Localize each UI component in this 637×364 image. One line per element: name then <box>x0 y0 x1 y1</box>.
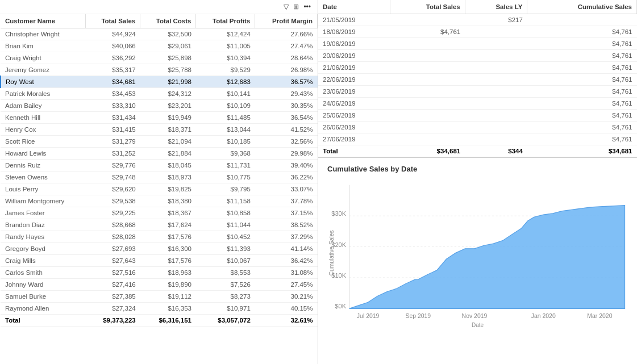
total-costs-cell: $21,998 <box>140 76 196 88</box>
sales-cell: $4,761 <box>390 26 465 38</box>
profit-margin-cell: 39.40% <box>255 160 318 171</box>
table-row[interactable]: Henry Cox$31,415$18,371$13,04441.52% <box>1 124 318 136</box>
sales-ly-cell <box>465 50 527 62</box>
customer-name-cell: Craig Mills <box>1 255 86 267</box>
total-profits-cell: $10,858 <box>196 207 255 219</box>
table-row[interactable]: 19/06/2019$4,761 <box>318 38 637 50</box>
sales-ly-cell <box>465 98 527 110</box>
sales-ly-cell <box>465 133 527 145</box>
table-row[interactable]: Roy West$34,681$21,998$12,68336.57% <box>1 76 318 88</box>
total-costs-cell: $16,300 <box>140 243 196 255</box>
profit-margin-cell: 37.29% <box>255 231 318 243</box>
total-sales-cell: $35,317 <box>86 64 140 76</box>
table-row[interactable]: James Foster$29,225$18,367$10,85837.15% <box>1 207 318 219</box>
table-row[interactable]: 26/06/2019$4,761 <box>318 122 637 133</box>
table-row[interactable]: William Montgomery$29,538$18,380$11,1583… <box>1 195 318 207</box>
customer-name-cell: Brian Kim <box>1 40 86 52</box>
cum-sales-cell: $4,761 <box>527 62 637 74</box>
col-total-costs[interactable]: Total Costs <box>140 14 196 28</box>
table-row[interactable]: Raymond Allen$27,324$16,353$10,97140.15% <box>1 303 318 315</box>
total-sales-cell: $40,066 <box>86 40 140 52</box>
total-costs-cell: $19,825 <box>140 183 196 195</box>
table-row[interactable]: 27/06/2019$4,761 <box>318 133 637 145</box>
customer-name-cell: James Foster <box>1 207 86 219</box>
sales-cell <box>390 74 465 86</box>
table-row[interactable]: 18/06/2019$4,761$4,761 <box>318 26 637 38</box>
table-row[interactable]: Brian Kim$40,066$29,061$11,00527.47% <box>1 40 318 52</box>
right-top-table-wrapper[interactable]: Date Total Sales Sales LY Cumulative Sal… <box>318 0 637 158</box>
filter-icon[interactable]: ▽ <box>281 2 291 12</box>
col-profit-margin[interactable]: Profit Margin <box>255 14 318 28</box>
table-row[interactable]: Adam Bailey$33,310$23,201$10,10930.35% <box>1 100 318 112</box>
profit-margin-cell: 36.57% <box>255 76 318 88</box>
table-row[interactable]: Johnny Ward$27,416$19,890$7,52627.45% <box>1 279 318 291</box>
total-sales-cell: $31,415 <box>86 124 140 136</box>
cum-sales-cell: $4,761 <box>527 122 637 133</box>
total-cell: $6,316,151 <box>140 315 196 327</box>
col-total-sales[interactable]: Total Sales <box>86 14 140 28</box>
table-row[interactable]: 24/06/2019$4,761 <box>318 98 637 110</box>
table-row[interactable]: 25/06/2019$4,761 <box>318 110 637 122</box>
profit-margin-cell: 41.52% <box>255 124 318 136</box>
table-row[interactable]: 23/06/2019$4,761 <box>318 86 637 98</box>
table-row[interactable]: Jeremy Gomez$35,317$25,788$9,52926.98% <box>1 64 318 76</box>
table-row[interactable]: Kenneth Hill$31,434$19,949$11,48536.54% <box>1 112 318 124</box>
total-costs-cell: $17,576 <box>140 255 196 267</box>
total-sales-cell: $29,225 <box>86 207 140 219</box>
more-icon[interactable]: ••• <box>301 2 313 12</box>
customer-name-cell: Jeremy Gomez <box>1 64 86 76</box>
left-table-wrapper[interactable]: Customer Name Total Sales Total Costs To… <box>0 14 318 364</box>
grid-icon[interactable]: ⊞ <box>291 2 301 12</box>
total-sales-cell: $27,324 <box>86 303 140 315</box>
table-row[interactable]: Craig Mills$27,643$17,576$10,06736.42% <box>1 255 318 267</box>
total-costs-cell: $29,061 <box>140 40 196 52</box>
table-row[interactable]: Randy Hayes$28,028$17,576$10,45237.29% <box>1 231 318 243</box>
col-date[interactable]: Date <box>318 0 390 14</box>
date-cell: 21/05/2019 <box>318 14 390 26</box>
table-row[interactable]: Craig Wright$36,292$25,898$10,39428.64% <box>1 52 318 64</box>
total-sales-cell: $31,252 <box>86 148 140 160</box>
table-row[interactable]: Howard Lewis$31,252$21,884$9,36829.98% <box>1 148 318 160</box>
total-sales-cell: $36,292 <box>86 52 140 64</box>
profit-margin-cell: 32.56% <box>255 136 318 148</box>
cumulative-sales-chart: $0K $10K $20K $30K Jul 2019 Sep 2019 Nov… <box>327 179 628 321</box>
total-profits-cell: $11,393 <box>196 243 255 255</box>
sales-cell <box>390 50 465 62</box>
total-sales-cell: $34,681 <box>86 76 140 88</box>
total-cell: $9,373,223 <box>86 315 140 327</box>
table-row[interactable]: 21/05/2019$217 <box>318 14 637 26</box>
total-profits-cell: $11,044 <box>196 219 255 231</box>
table-row[interactable]: Patrick Morales$34,453$24,312$10,14129.4… <box>1 88 318 100</box>
table-row[interactable]: Dennis Ruiz$29,776$18,045$11,73139.40% <box>1 160 318 171</box>
customer-name-cell: Roy West <box>1 76 86 88</box>
total-sales-cell: $27,516 <box>86 267 140 279</box>
right-total-row: Total$34,681$344$34,681 <box>318 145 637 157</box>
col-sales-ly[interactable]: Sales LY <box>465 0 527 14</box>
table-row[interactable]: 21/06/2019$4,761 <box>318 62 637 74</box>
sales-cell <box>390 122 465 133</box>
total-profits-cell: $10,394 <box>196 52 255 64</box>
sales-ly-cell <box>465 38 527 50</box>
table-row[interactable]: 20/06/2019$4,761 <box>318 50 637 62</box>
profit-margin-cell: 36.42% <box>255 255 318 267</box>
sales-cell <box>390 62 465 74</box>
table-row[interactable]: Carlos Smith$27,516$18,963$8,55331.08% <box>1 267 318 279</box>
table-row[interactable]: Steven Owens$29,748$18,973$10,77536.22% <box>1 171 318 183</box>
customer-name-cell: Steven Owens <box>1 171 86 183</box>
table-row[interactable]: Samuel Burke$27,385$19,112$8,27330.21% <box>1 291 318 303</box>
profit-margin-cell: 30.35% <box>255 100 318 112</box>
total-costs-cell: $18,973 <box>140 171 196 183</box>
left-toolbar: ▽ ⊞ ••• <box>0 0 318 14</box>
table-row[interactable]: Christopher Wright$44,924$32,500$12,4242… <box>1 28 318 40</box>
table-row[interactable]: Scott Rice$31,279$21,094$10,18532.56% <box>1 136 318 148</box>
table-row[interactable]: Louis Perry$29,620$19,825$9,79533.07% <box>1 183 318 195</box>
customer-name-cell: Craig Wright <box>1 52 86 64</box>
col-cumulative-sales[interactable]: Cumulative Sales <box>527 0 637 14</box>
col-total-profits[interactable]: Total Profits <box>196 14 255 28</box>
table-row[interactable]: Brandon Diaz$28,668$17,624$11,04438.52% <box>1 219 318 231</box>
table-row[interactable]: 22/06/2019$4,761 <box>318 74 637 86</box>
table-row[interactable]: Gregory Boyd$27,693$16,300$11,39341.14% <box>1 243 318 255</box>
col-customer-name[interactable]: Customer Name <box>1 14 86 28</box>
customer-name-cell: Scott Rice <box>1 136 86 148</box>
col-right-total-sales[interactable]: Total Sales <box>390 0 465 14</box>
